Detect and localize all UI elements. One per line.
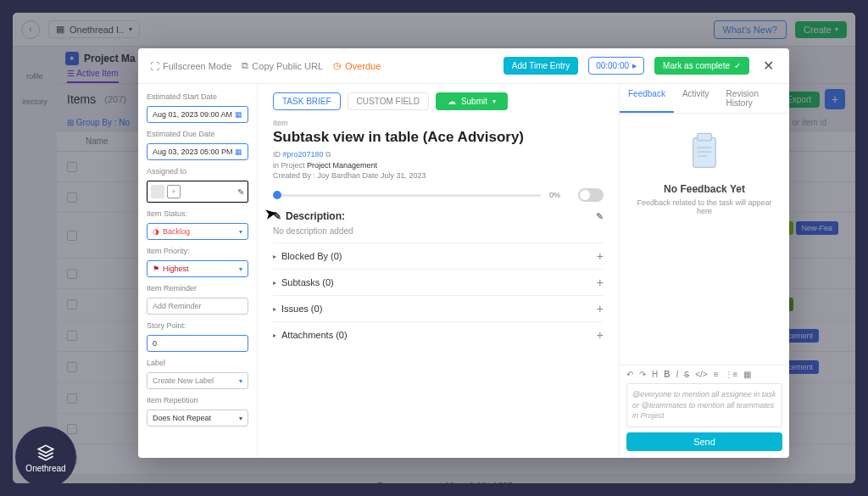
send-button[interactable]: Send — [626, 432, 782, 451]
reminder-input[interactable]: Add Reminder — [147, 298, 248, 315]
chevron-down-icon: ▾ — [239, 228, 242, 236]
add-subtask-button[interactable]: + — [597, 276, 604, 289]
due-date-label: Estimated Due Date — [147, 130, 248, 138]
task-detail-pane: TASK BRIEF CUSTOM FIELD ☁Submit▾ Item Su… — [257, 84, 620, 458]
item-type-label: Item — [273, 119, 604, 127]
created-by-line: Created By : Joy Bardhan Date July 31, 2… — [273, 171, 604, 180]
status-select[interactable]: ◑Backlog▾ — [147, 223, 248, 240]
assignee-avatar — [151, 185, 164, 198]
ordered-list-icon[interactable]: ≡ — [714, 370, 719, 379]
progress-slider[interactable] — [273, 194, 541, 197]
edit-description-button[interactable]: ✎ — [596, 211, 604, 222]
strike-icon[interactable]: S̶ — [684, 370, 689, 379]
redo-icon[interactable]: ↷ — [639, 370, 646, 379]
activity-pane: Feedback Activity Revision History No Fe… — [620, 84, 789, 458]
chevron-right-icon: ▸ — [273, 332, 276, 339]
italic-icon[interactable]: I — [676, 370, 678, 379]
task-id-line: ID #pro207180 ⧉ — [273, 150, 604, 159]
overdue-badge: ◷ Overdue — [333, 60, 381, 71]
calendar-icon: ▦ — [235, 148, 242, 156]
empty-feedback-icon — [683, 131, 726, 173]
empty-subtitle: Feedback related to the task will appear… — [632, 198, 777, 215]
add-attachment-button[interactable]: + — [597, 328, 604, 342]
bullet-list-icon[interactable]: ⋮≡ — [725, 370, 738, 379]
image-icon[interactable]: ▦ — [743, 370, 751, 379]
feedback-empty-state: No Feedback Yet Feedback related to the … — [620, 114, 789, 365]
chevron-down-icon: ▾ — [239, 377, 242, 385]
chevron-right-icon: ▸ — [273, 279, 276, 287]
chevron-right-icon: ▸ — [273, 305, 276, 313]
svg-rect-0 — [693, 137, 716, 167]
chevron-down-icon: ▾ — [239, 265, 242, 273]
tab-revision[interactable]: Revision History — [718, 84, 789, 113]
fullscreen-button[interactable]: ⛶ Fullscreen Mode — [150, 61, 231, 71]
expand-icon: ⛶ — [150, 61, 159, 71]
play-icon: ▶ — [632, 63, 637, 70]
copy-icon[interactable]: ⧉ — [326, 150, 331, 159]
copy-icon: ⧉ — [242, 60, 248, 71]
calendar-icon: ▦ — [235, 110, 242, 119]
upload-icon: ☁ — [448, 97, 456, 106]
clock-icon: ◷ — [333, 60, 342, 71]
empty-title: No Feedback Yet — [664, 183, 745, 195]
task-properties-pane: Estimated Start Date Aug 01, 2023 09:00 … — [138, 84, 257, 458]
subtasks-section[interactable]: ▸Subtasks (0)+ — [273, 269, 604, 295]
chevron-down-icon: ▾ — [492, 98, 496, 105]
timer-chip[interactable]: 00:00:00▶ — [588, 57, 644, 75]
reminder-label: Item Reminder — [147, 284, 248, 293]
chevron-right-icon: ▸ — [273, 253, 276, 260]
priority-select[interactable]: ⚑Highest▾ — [147, 260, 248, 277]
task-title: Subtask view in table (Ace Advisory) — [273, 129, 604, 146]
progress-percent: 0% — [549, 191, 570, 199]
check-icon: ✓ — [734, 61, 741, 70]
add-assignee-icon: + — [167, 185, 181, 198]
task-id-link[interactable]: #pro207180 — [283, 150, 324, 159]
assigned-label: Assigned to — [147, 167, 248, 176]
status-label: Item Status: — [147, 209, 248, 218]
modal-toolbar: ⛶ Fullscreen Mode ⧉ Copy Public URL ◷ Ov… — [138, 48, 789, 84]
due-date-input[interactable]: Aug 03, 2023 05:00 PM▦ — [147, 143, 248, 160]
story-point-input[interactable]: 0 — [147, 335, 248, 352]
issues-section[interactable]: ▸Issues (0)+ — [273, 295, 604, 321]
undo-icon[interactable]: ↶ — [626, 370, 633, 379]
label-select[interactable]: Create New Label▾ — [147, 372, 248, 389]
onethread-logo: Onethread — [15, 426, 76, 488]
story-point-label: Story Point: — [147, 321, 248, 330]
label-label: Label — [147, 359, 248, 367]
tab-custom-field[interactable]: CUSTOM FIELD — [348, 92, 429, 110]
progress-toggle[interactable] — [578, 188, 604, 202]
mark-complete-button[interactable]: Mark as complete✓ — [654, 57, 749, 75]
priority-label: Item Priority: — [147, 247, 248, 255]
add-issue-button[interactable]: + — [597, 302, 604, 315]
edit-icon: ✎ — [237, 187, 244, 197]
repetition-select[interactable]: Does Not Repeat▾ — [147, 410, 248, 426]
attachments-section[interactable]: ▸Attachments (0)+ — [273, 321, 604, 348]
start-date-label: Estimated Start Date — [147, 92, 248, 101]
start-date-input[interactable]: Aug 01, 2023 09:00 AM▦ — [147, 106, 248, 123]
tab-feedback[interactable]: Feedback — [620, 84, 674, 113]
blocked-by-section[interactable]: ▸Blocked By (0)+ — [273, 242, 604, 269]
submit-button[interactable]: ☁Submit▾ — [436, 92, 508, 110]
tab-activity[interactable]: Activity — [674, 84, 718, 113]
assigned-to-input[interactable]: + ✎ — [147, 181, 248, 203]
status-dot-icon: ◑ — [153, 227, 159, 236]
flag-icon: ⚑ — [153, 265, 159, 273]
cursor-pointer-icon: ➤ — [263, 203, 279, 224]
close-button[interactable]: ✕ — [760, 58, 777, 74]
description-heading: ✎ Description: ✎ — [273, 210, 604, 222]
feedback-compose-input[interactable]: @everyone to mention all assignee in tas… — [626, 383, 782, 427]
project-line: in Project Project Management — [273, 161, 604, 170]
svg-rect-1 — [698, 133, 712, 140]
bold-icon[interactable]: B — [664, 370, 670, 379]
heading-icon[interactable]: H — [652, 370, 658, 379]
add-blocker-button[interactable]: + — [597, 249, 604, 263]
tab-task-brief[interactable]: TASK BRIEF — [273, 92, 341, 110]
code-icon[interactable]: </> — [695, 370, 707, 379]
chevron-down-icon: ▾ — [239, 415, 242, 422]
task-modal: ⛶ Fullscreen Mode ⧉ Copy Public URL ◷ Ov… — [138, 48, 789, 458]
repetition-label: Item Repetition — [147, 396, 248, 404]
description-text: No description added — [273, 226, 604, 236]
compose-toolbar: ↶ ↷ H B I S̶ </> ≡ ⋮≡ ▦ — [620, 365, 789, 383]
add-time-button[interactable]: Add Time Entry — [504, 57, 578, 75]
copy-url-button[interactable]: ⧉ Copy Public URL — [242, 60, 323, 71]
